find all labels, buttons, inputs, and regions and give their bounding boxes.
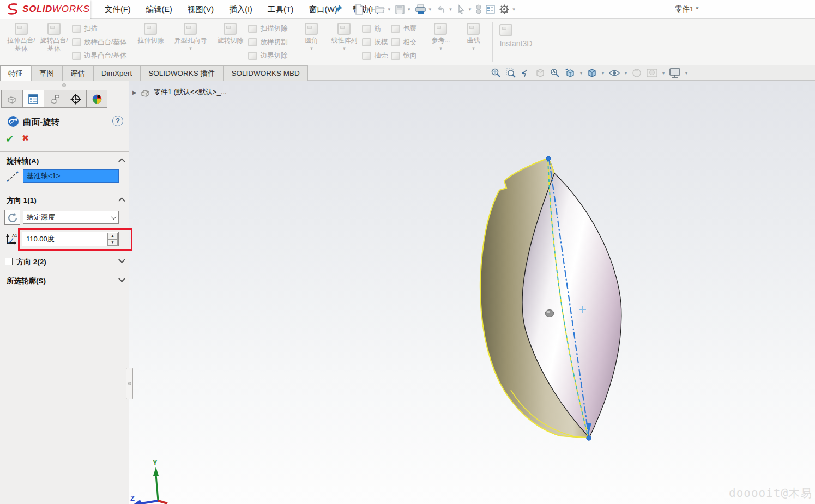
instant3d-button[interactable]: Instant3D — [496, 20, 538, 64]
section-view-button[interactable] — [534, 66, 547, 80]
wrap-button[interactable]: 包覆 — [391, 22, 416, 34]
print-caret[interactable]: ▾ — [428, 7, 434, 12]
linear-pattern-caret[interactable]: ▾ — [343, 46, 346, 51]
featuremanager-tree-tab[interactable] — [1, 90, 22, 108]
menu-tools[interactable]: 工具(T) — [261, 2, 300, 17]
axis-endpoint-bottom[interactable] — [587, 436, 591, 440]
apply-scene-caret[interactable]: ▾ — [661, 71, 666, 76]
zoom-to-fit-button[interactable] — [490, 66, 503, 80]
panel-splitter-handle[interactable] — [126, 368, 133, 399]
curves-caret[interactable]: ▾ — [472, 46, 475, 51]
menu-insert[interactable]: 插入(I) — [222, 2, 259, 17]
pin-menu-icon[interactable] — [333, 3, 345, 15]
display-style-caret[interactable]: ▾ — [600, 71, 606, 76]
selected-contours-section-header[interactable]: 所选轮廓(S) — [7, 276, 46, 286]
hide-show-items-caret[interactable]: ▾ — [623, 71, 629, 76]
edit-appearance-button[interactable] — [630, 66, 643, 80]
zoom-to-area-button[interactable] — [504, 66, 517, 80]
print-button[interactable] — [414, 3, 427, 16]
select-pointer-button[interactable] — [455, 3, 467, 16]
undo-button[interactable] — [434, 3, 448, 15]
menu-file[interactable]: 文件(F) — [98, 2, 137, 17]
settings-caret[interactable]: ▾ — [512, 7, 517, 12]
direction2-expand-chevron-icon[interactable] — [118, 256, 125, 263]
previous-view-button[interactable] — [519, 66, 532, 80]
draft-button[interactable]: 拔模 — [362, 36, 388, 48]
selected-contours-expand-chevron-icon[interactable] — [118, 275, 125, 282]
lofted-boss-button[interactable]: 放样凸台/基体 — [72, 36, 126, 48]
lofted-cut-button[interactable]: 放样切割 — [248, 36, 287, 48]
selection-filter-icon[interactable] — [474, 3, 483, 16]
axis-endpoint-top[interactable] — [546, 156, 551, 161]
panel-drag-handle[interactable] — [62, 83, 66, 87]
boundary-boss-button[interactable]: 边界凸台/基体 — [72, 50, 126, 62]
dimxpertmanager-tab[interactable] — [65, 90, 86, 108]
reverse-direction-button[interactable] — [4, 210, 20, 225]
swept-boss-button[interactable]: 扫描 — [72, 22, 126, 34]
extruded-boss-button[interactable]: 拉伸凸台/基体 — [5, 20, 37, 64]
tab-sketch[interactable]: 草图 — [31, 65, 62, 81]
direction1-section-header[interactable]: 方向 1(1) — [7, 196, 37, 205]
cancel-button[interactable]: ✖ — [22, 133, 29, 143]
displaymanager-tab[interactable] — [86, 90, 107, 108]
axis-collapse-chevron-icon[interactable] — [118, 158, 125, 165]
direction1-collapse-chevron-icon[interactable] — [118, 197, 125, 204]
spinner-up-icon[interactable]: ▲ — [107, 233, 118, 239]
fillet-button[interactable]: 圆角▾ — [295, 20, 327, 64]
hide-show-items-button[interactable] — [607, 66, 621, 80]
save-caret[interactable]: ▾ — [407, 7, 413, 12]
end-condition-dropdown[interactable]: 给定深度 — [23, 211, 119, 224]
select-pointer-caret[interactable]: ▾ — [468, 7, 474, 12]
new-document-button[interactable] — [353, 3, 365, 16]
menu-edit[interactable]: 编辑(E) — [140, 2, 179, 17]
intersect-button[interactable]: 相交 — [391, 36, 416, 48]
tab-evaluate[interactable]: 评估 — [62, 65, 93, 81]
angle-input[interactable]: 110.00度 ▲ ▼ — [22, 232, 119, 246]
save-button[interactable] — [394, 3, 406, 16]
options-list-icon[interactable] — [484, 3, 497, 15]
tab-dimxpert[interactable]: DimXpert — [93, 65, 140, 81]
display-style-button[interactable] — [585, 66, 599, 80]
dynamic-annotation-button[interactable] — [548, 66, 562, 80]
direction2-section-header[interactable]: 方向 2(2) — [16, 257, 46, 267]
axis-selection-value[interactable]: 基准轴<1> — [23, 169, 119, 183]
tab-features[interactable]: 特征 — [0, 65, 31, 81]
new-document-caret[interactable]: ▾ — [366, 7, 372, 12]
configurationmanager-tab[interactable] — [44, 90, 65, 108]
extruded-cut-button[interactable]: 拉伸切除 — [135, 20, 166, 64]
revolved-cut-button[interactable]: 旋转切除 — [214, 20, 246, 64]
hole-wizard-button[interactable]: 异型孔向导▾ — [167, 20, 213, 64]
boundary-cut-button[interactable]: 边界切除 — [248, 50, 287, 62]
undo-caret[interactable]: ▾ — [449, 7, 454, 12]
view-settings-button[interactable] — [668, 66, 682, 80]
direction2-checkbox[interactable] — [5, 258, 13, 265]
shell-button[interactable]: 抽壳 — [362, 50, 388, 62]
rib-button[interactable]: 筋 — [362, 22, 388, 34]
view-orientation-button[interactable] — [563, 66, 577, 80]
view-settings-caret[interactable]: ▾ — [684, 71, 689, 76]
reference-geometry-caret[interactable]: ▾ — [439, 46, 442, 51]
propertymanager-tab[interactable] — [22, 90, 44, 108]
help-icon[interactable]: ? — [112, 116, 123, 126]
fillet-caret[interactable]: ▾ — [310, 46, 313, 51]
tree-expand-arrow-icon[interactable]: ▶ — [132, 89, 137, 95]
graphics-viewport[interactable]: ▶ 零件1 (默认<<默认>_... Y Z dooooit@木易 — [129, 81, 815, 504]
revolved-boss-button[interactable]: 旋转凸台/基体 — [38, 20, 70, 64]
settings-gear-button[interactable] — [498, 3, 511, 16]
reference-geometry-button[interactable]: 参考...▾ — [425, 20, 456, 64]
curves-button[interactable]: 曲线▾ — [457, 20, 489, 64]
mirror-button[interactable]: 镜向 — [391, 50, 416, 62]
open-document-caret[interactable]: ▾ — [388, 7, 393, 12]
tab-solidworks-addins[interactable]: SOLIDWORKS 插件 — [140, 65, 223, 81]
view-orientation-caret[interactable]: ▾ — [578, 71, 584, 76]
drag-handle-sphere[interactable] — [545, 310, 554, 317]
ok-button[interactable]: ✔ — [5, 133, 14, 145]
hole-wizard-caret[interactable]: ▾ — [189, 46, 192, 51]
dropdown-chevron-icon[interactable] — [108, 211, 118, 223]
spinner-down-icon[interactable]: ▼ — [107, 239, 118, 246]
swept-cut-button[interactable]: 扫描切除 — [248, 22, 287, 34]
open-document-button[interactable] — [373, 3, 387, 15]
axis-section-header[interactable]: 旋转轴(A) — [7, 156, 39, 166]
tab-solidworks-mbd[interactable]: SOLIDWORKS MBD — [224, 65, 308, 81]
menu-view[interactable]: 视图(V) — [181, 2, 220, 17]
